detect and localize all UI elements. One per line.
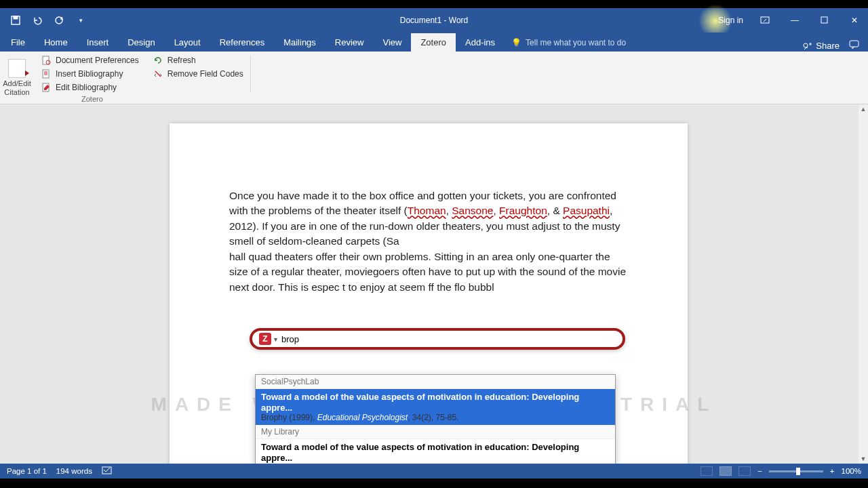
paragraph-1: Once you have made it to the box office … — [229, 188, 628, 249]
save-icon[interactable] — [9, 14, 22, 27]
dropdown-icon[interactable]: ▾ — [274, 336, 277, 343]
text: , & — [547, 205, 563, 216]
zotero-group-header: SocialPsychLab — [256, 375, 615, 388]
scroll-up-icon[interactable]: ▲ — [859, 104, 868, 114]
tab-review[interactable]: Review — [326, 33, 374, 52]
svg-rect-6 — [850, 41, 859, 47]
result-title: Toward a model of the value aspects of m… — [261, 392, 610, 413]
title-bar: ▾ Document1 - Word Sign in — ✕ — [0, 8, 868, 33]
tab-references[interactable]: References — [210, 33, 274, 52]
spellcheck-icon[interactable] — [102, 466, 113, 476]
zotero-icon: Z — [259, 333, 271, 345]
tab-addins[interactable]: Add-ins — [456, 33, 505, 52]
share-button[interactable]: Share — [803, 41, 840, 51]
comments-icon[interactable] — [849, 40, 860, 52]
zoom-level[interactable]: 100% — [842, 467, 861, 475]
zoom-in-button[interactable]: + — [830, 467, 835, 475]
tab-design[interactable]: Design — [118, 33, 164, 52]
tab-layout[interactable]: Layout — [165, 33, 210, 52]
minimize-icon[interactable]: — — [787, 14, 803, 27]
ribbon-separator — [250, 56, 251, 92]
add-edit-citation-button[interactable]: Add/Edit Citation — [0, 52, 34, 104]
close-icon[interactable]: ✕ — [846, 14, 863, 27]
doc-prefs-icon — [41, 55, 52, 66]
zoom-slider[interactable] — [769, 470, 823, 472]
result-subtitle: Brophy (1999), Educational Psychologist,… — [261, 413, 610, 422]
svg-rect-1 — [14, 16, 18, 19]
doc-prefs-label: Document Preferences — [56, 56, 139, 65]
zoom-out-button[interactable]: − — [757, 467, 762, 475]
tab-zotero[interactable]: Zotero — [411, 33, 456, 52]
tab-home[interactable]: Home — [35, 33, 77, 52]
tell-me-search[interactable]: 💡 Tell me what you want to do — [505, 34, 633, 52]
result-title: Toward a model of the value aspects of m… — [261, 442, 610, 463]
vertical-scrollbar[interactable]: ▲ ▼ — [859, 104, 868, 464]
word-count[interactable]: 194 words — [56, 467, 92, 475]
refresh-icon — [153, 55, 163, 66]
share-label: Share — [816, 41, 840, 51]
zotero-result-item[interactable]: Toward a model of the value aspects of m… — [256, 439, 615, 464]
zotero-group-header: My Library — [256, 425, 615, 439]
svg-rect-9 — [43, 70, 49, 78]
flagged-word: Thoman — [408, 205, 446, 216]
page-indicator[interactable]: Page 1 of 1 — [7, 467, 47, 475]
text: , — [446, 205, 452, 216]
insert-bibliography-button[interactable]: Insert Bibliography — [39, 68, 140, 80]
flagged-word: Pasupathi — [563, 205, 610, 216]
edit-bibliography-button[interactable]: Edit Bibliography — [39, 81, 140, 94]
insert-bib-icon — [41, 68, 52, 79]
add-edit-citation-label: Add/Edit Citation — [3, 79, 31, 96]
remove-field-codes-button[interactable]: Remove Field Codes — [151, 68, 245, 80]
ribbon: Add/Edit Citation Document Preferences I… — [0, 52, 868, 104]
qat-dropdown-icon[interactable]: ▾ — [75, 14, 87, 27]
document-preferences-button[interactable]: Document Preferences — [39, 54, 140, 66]
zotero-results-dropdown: SocialPsychLab Toward a model of the val… — [255, 374, 616, 464]
flagged-word: Fraughton — [499, 205, 547, 216]
zotero-result-item[interactable]: Toward a model of the value aspects of m… — [256, 388, 615, 425]
sign-in-link[interactable]: Sign in — [718, 16, 743, 25]
document-area: Once you have made it to the box office … — [0, 104, 868, 464]
ribbon-tabs: File Home Insert Design Layout Reference… — [0, 33, 868, 52]
web-layout-icon[interactable] — [738, 466, 751, 476]
zotero-citation-search[interactable]: Z ▾ — [250, 328, 625, 350]
text: , — [493, 205, 499, 216]
remove-codes-label: Remove Field Codes — [167, 69, 243, 79]
insert-bib-label: Insert Bibliography — [56, 69, 123, 79]
tab-mailings[interactable]: Mailings — [274, 33, 326, 52]
edit-bib-icon — [41, 82, 52, 93]
flagged-word: Sansone — [452, 205, 493, 216]
refresh-label: Refresh — [167, 56, 196, 65]
svg-rect-4 — [821, 17, 827, 23]
tab-view[interactable]: View — [373, 33, 411, 52]
redo-icon[interactable] — [53, 14, 65, 27]
paragraph-2: hall quad theaters offer their own probl… — [229, 249, 628, 295]
read-mode-icon[interactable] — [701, 466, 713, 476]
remove-codes-icon — [153, 68, 163, 79]
svg-point-2 — [56, 17, 62, 24]
refresh-button[interactable]: Refresh — [151, 54, 245, 66]
scroll-down-icon[interactable]: ▼ — [859, 454, 868, 464]
zotero-search-input[interactable] — [281, 334, 616, 344]
maximize-icon[interactable] — [816, 14, 833, 27]
print-layout-icon[interactable] — [719, 466, 732, 476]
citation-icon — [8, 59, 26, 78]
edit-bib-label: Edit Bibliography — [56, 83, 117, 92]
svg-point-5 — [804, 43, 808, 47]
status-bar: Page 1 of 1 194 words − + 100% — [0, 464, 868, 479]
tell-me-label: Tell me what you want to do — [526, 38, 626, 47]
lightbulb-icon: 💡 — [511, 38, 521, 47]
ribbon-options-icon[interactable] — [757, 14, 773, 27]
tab-insert[interactable]: Insert — [77, 33, 119, 52]
window-title: Document1 - Word — [400, 16, 468, 25]
tab-file[interactable]: File — [1, 33, 35, 52]
ribbon-group-label: Zotero — [81, 95, 103, 103]
undo-icon[interactable] — [31, 14, 43, 27]
